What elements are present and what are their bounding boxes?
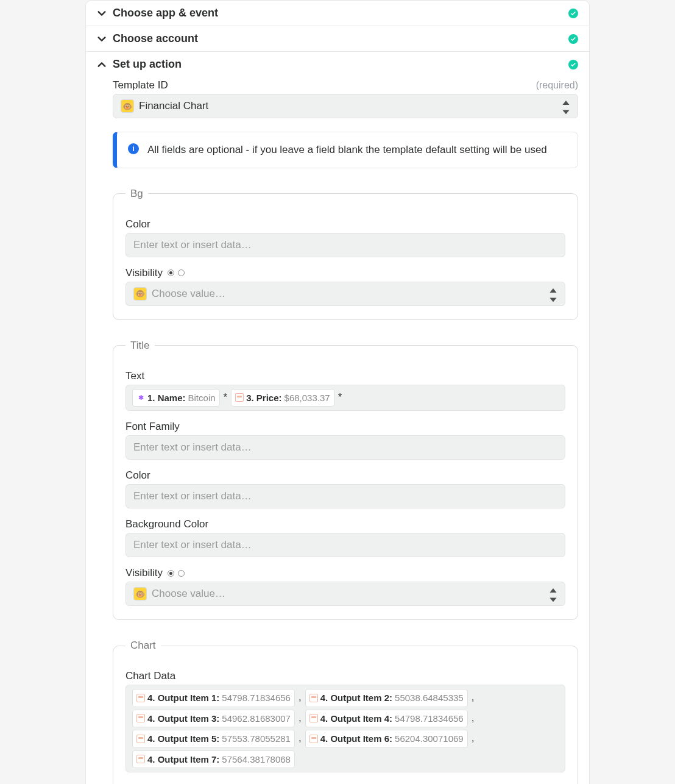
app-icon: 🐵 — [133, 587, 147, 600]
visibility-radio-group[interactable] — [168, 570, 185, 577]
info-text: All fields are optional - if you leave a… — [147, 142, 547, 158]
info-icon: i — [128, 143, 139, 154]
group-chart: Chart Chart Data 4. Output Item 1: 54798… — [113, 640, 578, 784]
bg-visibility-label: Visibility — [125, 267, 163, 279]
data-pill-name[interactable]: ✱ 1. Name: Bitcoin — [132, 389, 220, 407]
check-circle-icon — [568, 9, 578, 18]
sort-icon — [562, 101, 570, 112]
pill-label: 4. Output Item 6: — [320, 731, 392, 747]
data-pill-output-item[interactable]: 4. Output Item 2: 55038.64845335 — [305, 689, 468, 707]
data-pill-output-item[interactable]: 4. Output Item 1: 54798.71834656 — [132, 689, 295, 707]
pill-value: 57553.78055281 — [222, 731, 291, 747]
data-pill-output-item[interactable]: 4. Output Item 4: 54798.71834656 — [305, 710, 468, 728]
title-fontfamily-label: Font Family — [125, 421, 180, 433]
radio-off-icon[interactable] — [178, 269, 185, 276]
pill-label: 4. Output Item 7: — [147, 752, 219, 768]
bg-visibility-select[interactable]: 🐵 Choose value… — [125, 282, 565, 306]
sort-icon — [549, 588, 557, 599]
pill-value: 56204.30071069 — [395, 731, 464, 747]
placeholder: Choose value… — [152, 288, 225, 300]
pill-value: 57564.38178068 — [222, 752, 291, 768]
pill-source-icon: ✱ — [136, 393, 145, 402]
pill-source-icon — [309, 735, 318, 743]
chevron-up-icon — [97, 60, 107, 69]
title-text-input[interactable]: ✱ 1. Name: Bitcoin * 3. Price: $68,033.3… — [125, 385, 565, 412]
bg-color-label: Color — [125, 218, 150, 230]
pill-value: 55038.64845335 — [395, 690, 464, 706]
placeholder: Enter text or insert data… — [133, 539, 252, 551]
separator: , — [470, 689, 476, 707]
radio-off-icon[interactable] — [178, 570, 185, 577]
pill-source-icon — [309, 714, 318, 722]
separator: , — [470, 730, 476, 747]
radio-on-icon[interactable] — [168, 269, 174, 276]
chevron-down-icon — [97, 9, 107, 18]
data-pill-output-item[interactable]: 4. Output Item 7: 57564.38178068 — [132, 750, 295, 769]
pill-source-icon — [309, 694, 318, 702]
data-pill-output-item[interactable]: 4. Output Item 6: 56204.30071069 — [305, 730, 468, 748]
pill-label: 3. Price: — [246, 390, 281, 406]
free-text: * — [337, 389, 344, 407]
data-pill-output-item[interactable]: 4. Output Item 3: 54962.81683007 — [132, 710, 295, 728]
template-id-label: Template ID — [113, 79, 168, 91]
template-id-select[interactable]: 🐵 Financial Chart — [113, 94, 578, 118]
chart-data-input[interactable]: 4. Output Item 1: 54798.71834656,4. Outp… — [125, 685, 565, 772]
separator: , — [297, 730, 303, 747]
title-bgcolor-input[interactable]: Enter text or insert data… — [125, 533, 565, 557]
data-pill-output-item[interactable]: 4. Output Item 5: 57553.78055281 — [132, 730, 295, 748]
group-legend: Bg — [125, 188, 148, 200]
section-choose-app-event[interactable]: Choose app & event — [86, 1, 589, 26]
title-visibility-select[interactable]: 🐵 Choose value… — [125, 582, 565, 606]
placeholder: Enter text or insert data… — [133, 239, 252, 251]
group-legend: Chart — [125, 640, 161, 652]
chevron-down-icon — [97, 34, 107, 44]
action-editor-card: Choose app & event Choose account — [85, 0, 590, 784]
title-color-input[interactable]: Enter text or insert data… — [125, 484, 565, 508]
pill-value: Bitcoin — [188, 390, 216, 406]
separator: , — [297, 710, 303, 727]
title-text-label: Text — [125, 370, 144, 382]
group-legend: Title — [125, 340, 155, 352]
chart-data-label: Chart Data — [125, 670, 175, 682]
required-hint: (required) — [536, 80, 578, 91]
pill-label: 4. Output Item 1: — [147, 690, 219, 706]
pill-value: 54798.71834656 — [222, 690, 291, 706]
group-title: Title Text ✱ 1. Name: Bitcoin * — [113, 340, 578, 621]
pill-label: 1. Name: — [147, 390, 186, 406]
title-bgcolor-label: Background Color — [125, 518, 208, 530]
pill-label: 4. Output Item 3: — [147, 711, 219, 727]
data-pill-price[interactable]: 3. Price: $68,033.37 — [231, 389, 334, 407]
info-callout: i All fields are optional - if you leave… — [113, 132, 578, 168]
pill-source-icon — [136, 714, 145, 722]
separator: , — [470, 710, 476, 727]
title-color-label: Color — [125, 469, 150, 482]
pill-source-icon — [235, 393, 244, 402]
visibility-radio-group[interactable] — [168, 269, 185, 276]
free-text: * — [222, 389, 229, 407]
separator: , — [297, 689, 303, 707]
app-icon: 🐵 — [121, 99, 134, 113]
placeholder: Enter text or insert data… — [133, 441, 252, 454]
pill-label: 4. Output Item 5: — [147, 731, 219, 747]
pill-label: 4. Output Item 2: — [320, 690, 392, 706]
placeholder: Enter text or insert data… — [133, 490, 252, 502]
pill-source-icon — [136, 755, 145, 763]
check-circle-icon — [568, 34, 578, 44]
radio-on-icon[interactable] — [168, 570, 174, 577]
section-title: Choose app & event — [113, 7, 562, 20]
section-set-up-action[interactable]: Set up action — [86, 52, 589, 77]
placeholder: Choose value… — [152, 588, 225, 600]
title-visibility-label: Visibility — [125, 567, 163, 579]
pill-source-icon — [136, 694, 145, 702]
pill-value: 54962.81683007 — [222, 711, 291, 727]
section-choose-account[interactable]: Choose account — [86, 26, 589, 51]
section-title: Set up action — [113, 58, 562, 71]
bg-color-input[interactable]: Enter text or insert data… — [125, 233, 565, 257]
check-circle-icon — [568, 60, 578, 69]
title-fontfamily-input[interactable]: Enter text or insert data… — [125, 435, 565, 460]
app-icon: 🐵 — [133, 287, 147, 301]
section-title: Choose account — [113, 32, 562, 45]
select-value: Financial Chart — [139, 100, 208, 112]
group-bg: Bg Color Enter text or insert data… Visi… — [113, 188, 578, 320]
pill-value: $68,033.37 — [284, 390, 330, 406]
